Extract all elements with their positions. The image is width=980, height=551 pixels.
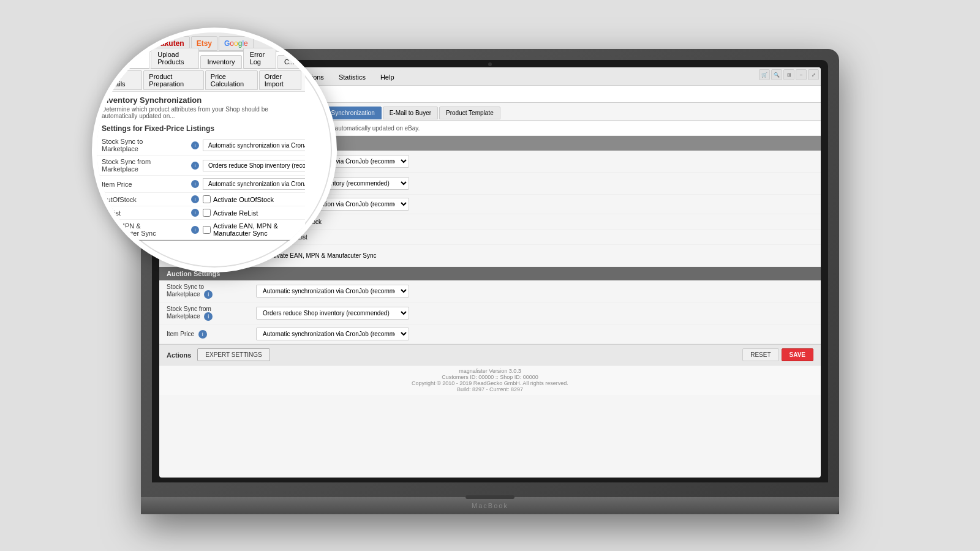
select-auction-stock-to[interactable]: Automatic synchronization via CronJob (r… bbox=[256, 285, 409, 298]
mag-label-outofstock: OutOfStock bbox=[102, 196, 187, 203]
mag-select-item-price[interactable]: Automatic synchronization via CronJob (r… bbox=[203, 178, 305, 190]
tab-help[interactable]: Help bbox=[374, 70, 401, 83]
cell-value-relist: Activate ReList bbox=[251, 230, 821, 245]
mag-checkbox-ean[interactable] bbox=[203, 226, 211, 234]
mag-section-desc: Determine which product attributes from … bbox=[97, 106, 305, 122]
google-o2: o bbox=[234, 39, 238, 48]
mag-nav-config[interactable]: C... bbox=[277, 55, 301, 69]
check-ean-label[interactable]: Activate EAN, MPN & Manufacuter Sync bbox=[256, 252, 816, 260]
mag-section-title: Inventory Synchronization bbox=[97, 92, 305, 106]
laptop: ... ebay Rakuten Etsy Google Prepare Pro… bbox=[141, 37, 839, 514]
cell-value-auction-stock-from: Orders reduce Shop inventory (recommende… bbox=[251, 302, 821, 324]
mag-nav-errorlog[interactable]: Error Log bbox=[243, 48, 276, 69]
mag-check-ean[interactable]: Activate EAN, MPN & Manufacuter Sync bbox=[203, 222, 300, 237]
minus-icon[interactable]: − bbox=[796, 69, 807, 80]
footer-version: magnalister Version 3.0.3 bbox=[167, 368, 813, 374]
cell-value-auction-price: Automatic synchronization via CronJob (r… bbox=[251, 324, 821, 344]
mag-label-stock-to: Stock Sync toMarketplace bbox=[102, 138, 187, 152]
grid-icon[interactable]: ⊞ bbox=[783, 69, 794, 80]
info-icon-auction-stock-to[interactable]: i bbox=[204, 290, 213, 299]
auction-settings-table: Stock Sync toMarketplace i Automatic syn… bbox=[159, 280, 821, 344]
mag-info-icon-6[interactable]: i bbox=[191, 226, 199, 234]
mag-sub-login[interactable]: Login Details bbox=[99, 70, 142, 90]
laptop-base: MacBook bbox=[141, 497, 839, 514]
ebay-logo-y: y bbox=[138, 39, 143, 48]
mag-info-icon-4[interactable]: i bbox=[191, 195, 199, 203]
mag-info-icon-3[interactable]: i bbox=[191, 180, 199, 188]
magnifier-glass: ... ebay Rakuten Etsy Google Prepare Pro… bbox=[92, 28, 337, 272]
mag-checkbox-outofstock[interactable] bbox=[203, 195, 211, 203]
mag-nav-inventory[interactable]: Inventory bbox=[200, 55, 241, 69]
mag-select-stock-to[interactable]: Automatic synchronization via CronJob (r… bbox=[203, 140, 305, 151]
table-row: Item Price i Automatic synchronization v… bbox=[159, 324, 821, 344]
table-row: Stock Sync toMarketplace i Automatic syn… bbox=[159, 280, 821, 302]
cell-label-auction-stock-from: Stock Sync fromMarketplace i bbox=[159, 302, 251, 324]
cell-value-item-price: Automatic synchronization via CronJob (r… bbox=[251, 195, 821, 214]
mag-row-ean: EAN, MPN &Manufacuter Sync i Activate EA… bbox=[97, 220, 305, 240]
cart-icon[interactable]: 🛒 bbox=[759, 69, 770, 80]
mag-sub-prep[interactable]: Product Preparation bbox=[143, 70, 203, 90]
mag-check-outofstock[interactable]: Activate OutOfStock bbox=[203, 195, 274, 203]
reset-button[interactable]: RESET bbox=[742, 348, 778, 361]
mag-sub-price[interactable]: Price Calculation bbox=[205, 70, 258, 90]
check-outofstock-label[interactable]: Activate OutOfStock bbox=[256, 218, 816, 226]
google-logo-icon: G bbox=[224, 39, 230, 48]
ean-text: Activate EAN, MPN & Manufacuter Sync bbox=[266, 252, 377, 259]
config-email-label: E-Mail to Buyer bbox=[390, 110, 431, 116]
config-sync[interactable]: Synchronization bbox=[325, 107, 382, 119]
save-button[interactable]: SAVE bbox=[782, 348, 814, 361]
mag-settings-title: Settings for Fixed-Price Listings bbox=[97, 122, 305, 135]
mag-checkbox-relist[interactable] bbox=[203, 209, 211, 217]
ebay-logo-icon: e bbox=[123, 39, 128, 48]
laptop-brand: MacBook bbox=[472, 502, 508, 509]
help-label: Help bbox=[380, 73, 394, 81]
cell-value-auction-stock-to: Automatic synchronization via CronJob (r… bbox=[251, 280, 821, 302]
mag-label-ean: EAN, MPN &Manufacuter Sync bbox=[102, 222, 187, 237]
mag-label-relist: ReList bbox=[102, 209, 187, 217]
laptop-hinge bbox=[466, 495, 514, 499]
magnifier-content: ... ebay Rakuten Etsy Google Prepare Pro… bbox=[97, 32, 305, 241]
cell-label-auction-stock-to: Stock Sync toMarketplace i bbox=[159, 280, 251, 302]
config-template[interactable]: Product Template bbox=[439, 107, 500, 119]
footer-build: Build: 8297 - Current: 8297 bbox=[167, 386, 813, 392]
mag-info-icon-2[interactable]: i bbox=[191, 162, 199, 170]
mag-nav-upload[interactable]: Upload Products bbox=[151, 48, 199, 69]
mag-row-outofstock: OutOfStock i Activate OutOfStock bbox=[97, 193, 305, 206]
actions-label: Actions bbox=[167, 351, 191, 359]
cell-label-auction-price: Item Price i bbox=[159, 324, 251, 344]
ebay-logo-b: b bbox=[128, 39, 134, 48]
actions-bar: Actions EXPERT SETTINGS RESET SAVE bbox=[159, 344, 821, 365]
mag-auction-header: ...ittings bbox=[97, 240, 305, 241]
mag-nav-tabs: Prepare Products Upload Products Invento… bbox=[97, 52, 305, 69]
select-auction-price[interactable]: Automatic synchronization via CronJob (r… bbox=[256, 328, 409, 340]
cell-value-ean: Activate EAN, MPN & Manufacuter Sync bbox=[251, 245, 821, 267]
select-auction-stock-from[interactable]: Orders reduce Shop inventory (recommende… bbox=[256, 307, 409, 320]
ebay-logo-a: a bbox=[134, 39, 138, 48]
mag-row-relist: ReList i Activate ReList bbox=[97, 206, 305, 220]
auction-settings-header: Auction Settings bbox=[159, 267, 821, 280]
tab-statistics[interactable]: Statistics bbox=[332, 70, 372, 83]
check-relist-label[interactable]: Activate ReList bbox=[256, 233, 816, 241]
info-icon-auction-price[interactable]: i bbox=[198, 330, 207, 339]
mag-nav-prepare[interactable]: Prepare Products bbox=[99, 48, 149, 69]
mag-info-icon-1[interactable]: i bbox=[191, 141, 199, 149]
webcam-dot bbox=[488, 62, 492, 66]
mag-label-item-price: Item Price bbox=[102, 181, 187, 188]
mag-row-stock-from: Stock Sync fromMarketplace i Orders redu… bbox=[97, 156, 305, 176]
search-icon[interactable]: 🔍 bbox=[771, 69, 782, 80]
expert-settings-button[interactable]: EXPERT SETTINGS bbox=[197, 348, 270, 361]
footer: magnalister Version 3.0.3 Customers ID: … bbox=[159, 365, 821, 395]
mag-sub-order[interactable]: Order Import bbox=[259, 70, 301, 90]
mag-select-stock-from[interactable]: Orders reduce Shop inventory (recommende… bbox=[203, 160, 305, 171]
cell-value-stock-from: Orders reduce Shop inventory (recommende… bbox=[251, 173, 821, 195]
mag-info-icon-5[interactable]: i bbox=[191, 209, 199, 217]
statistics-label: Statistics bbox=[339, 73, 366, 81]
mag-label-stock-from: Stock Sync fromMarketplace bbox=[102, 158, 187, 173]
footer-customer: Customers ID: 00000 :: Shop ID: 00000 bbox=[167, 374, 813, 380]
info-icon-auction-stock-from[interactable]: i bbox=[204, 312, 213, 321]
config-email[interactable]: E-Mail to Buyer bbox=[383, 107, 438, 119]
mag-check-relist[interactable]: Activate ReList bbox=[203, 209, 258, 217]
expand-icon[interactable]: ⤢ bbox=[808, 69, 819, 80]
top-toolbar: 🛒 🔍 ⊞ − ⤢ bbox=[757, 67, 821, 82]
config-template-label: Product Template bbox=[446, 110, 494, 116]
